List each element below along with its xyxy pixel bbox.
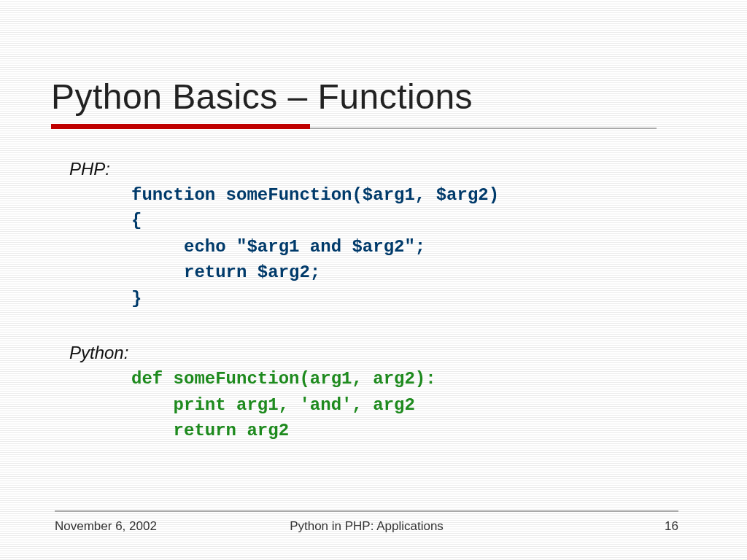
slide-title: Python Basics – Functions [51,77,473,117]
footer-page: 16 [665,519,678,534]
title-underline [51,124,657,129]
python-code: def someFunction(arg1, arg2): print arg1… [131,366,689,444]
slide-content: PHP: function someFunction($arg1, $arg2)… [69,157,689,444]
footer-date: November 6, 2002 [55,519,157,534]
footer: November 6, 2002 Python in PHP: Applicat… [55,519,678,534]
php-code: function someFunction($arg1, $arg2) { ec… [131,182,689,312]
python-label: Python: [69,341,689,366]
php-label: PHP: [69,157,689,182]
footer-divider [55,510,678,512]
slide: Python Basics – Functions PHP: function … [0,0,747,560]
